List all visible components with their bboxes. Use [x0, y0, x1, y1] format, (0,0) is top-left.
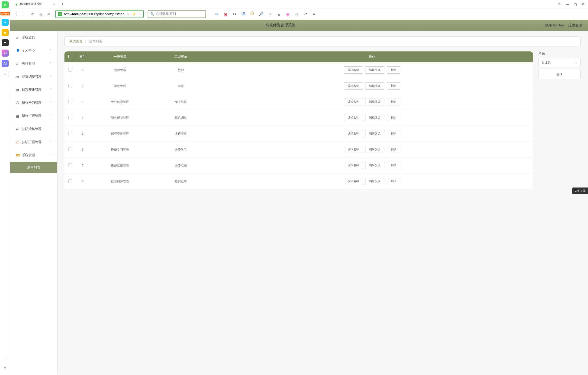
pin-icon[interactable]: ⇱ — [558, 2, 561, 6]
close-tab-icon[interactable]: × — [53, 2, 55, 6]
tab-bar: ▼ 高校师资管理系统 × + ⇱ — ▢ ✕ — [0, 0, 588, 8]
reload-icon[interactable]: ⟳ — [30, 12, 35, 16]
shield-icon: ✚ — [58, 12, 62, 16]
puzzle-icon[interactable]: ✦ — [268, 12, 272, 16]
close-window-icon[interactable]: ✕ — [581, 2, 584, 6]
zoom-icon[interactable]: 🔎 — [259, 12, 263, 16]
weibo-icon[interactable]: ◉ — [223, 12, 228, 16]
chevron-down-icon[interactable]: ⌄ — [138, 12, 141, 16]
minimize-icon[interactable]: — — [566, 2, 569, 6]
brightness-icon[interactable]: ☼ — [294, 12, 299, 16]
browser-app-icon[interactable]: e — [2, 1, 9, 8]
search-input[interactable]: 🔍 心理咨询原则 — [147, 10, 206, 18]
os-sidebar: e 登录账号 ✦ ★ •• AI AI ☺ + ≡ — [0, 0, 10, 20]
translate-icon[interactable]: 译 — [241, 12, 246, 16]
favicon-icon: ▼ — [14, 3, 18, 6]
window-controls: ⇱ — ▢ ✕ — [558, 2, 588, 6]
app-icon-1[interactable]: ✦ — [2, 19, 9, 20]
search-icon: 🔍 — [150, 12, 154, 16]
search-placeholder: 心理咨询原则 — [156, 12, 176, 16]
maximize-icon[interactable]: ▢ — [574, 2, 577, 6]
browser-tab[interactable]: ▼ 高校师资管理系统 × — [12, 0, 58, 8]
nav-bar: 〈 〉 ⟳ ⌂ ☆ ✚ http://localhost:8080/spring… — [0, 8, 588, 20]
browser-chrome: ▼ 高校师资管理系统 × + ⇱ — ▢ ✕ 〈 〉 ⟳ ⌂ ☆ ✚ http:… — [0, 0, 588, 20]
circle-icon[interactable]: ◉ — [285, 12, 290, 16]
url-text: http://localhost:8080/springbootqn|fs/ad… — [64, 12, 124, 16]
tab-title: 高校师资管理系统 — [20, 2, 42, 6]
undo-icon[interactable]: ↶ — [303, 12, 308, 16]
new-tab-button[interactable]: + — [58, 2, 67, 7]
home-icon[interactable]: ⌂ — [38, 12, 43, 16]
url-input[interactable]: ✚ http://localhost:8080/springbootqn|fs/… — [55, 10, 144, 18]
login-badge[interactable]: 登录账号 — [0, 12, 10, 15]
apps-icon[interactable]: ⊞ — [276, 12, 281, 16]
bookmark-icon[interactable]: ☆ — [47, 12, 51, 16]
forward-icon[interactable]: 〉 — [21, 12, 26, 16]
back-icon[interactable]: 〈 — [13, 12, 18, 16]
mail-icon[interactable]: ✉ — [214, 12, 219, 16]
scissors-icon[interactable]: ✂ — [232, 12, 237, 16]
shield-toolbar-icon[interactable]: 🛡 — [250, 12, 254, 16]
bolt-icon[interactable]: ⚡ — [132, 12, 136, 16]
menu-icon[interactable]: ≡ — [312, 12, 317, 16]
qr-icon[interactable]: ⊞ — [127, 12, 130, 16]
